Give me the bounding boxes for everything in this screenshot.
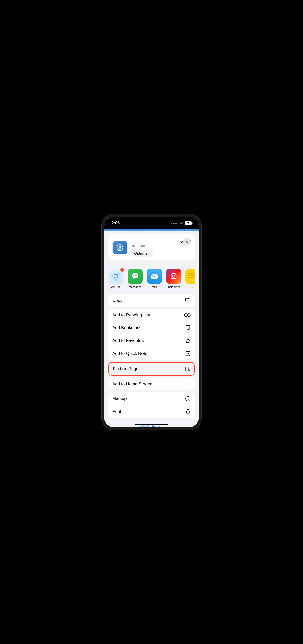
- svg-point-21: [187, 314, 190, 317]
- bookmark-icon: [185, 325, 191, 331]
- copy-item[interactable]: Copy: [108, 294, 195, 307]
- print-item[interactable]: Print: [108, 405, 195, 418]
- add-reading-list-item[interactable]: Add to Reading List: [108, 309, 195, 321]
- find-on-page-label: Find on Page: [113, 366, 138, 371]
- print-label: Print: [112, 409, 121, 414]
- svg-point-10: [136, 275, 137, 276]
- phone-frame: 2:05 87: [102, 214, 201, 430]
- browser-bar: [104, 229, 199, 231]
- mail-icon: [147, 269, 162, 284]
- sibapp-logo: [116, 244, 124, 252]
- find-on-page-item[interactable]: Find on Page: [109, 363, 194, 375]
- menu-group-tools: Markup Print: [108, 392, 195, 418]
- notes-label: N...: [185, 285, 195, 288]
- svg-rect-15: [185, 270, 195, 283]
- markup-label: Markup: [112, 396, 127, 401]
- edit-actions[interactable]: Edit Actions...: [108, 420, 195, 427]
- markup-item[interactable]: Markup: [108, 392, 195, 405]
- share-sheet: سیباپ sibapp.com Options › ✕ 1: [104, 231, 199, 427]
- add-quick-note-item[interactable]: Add to Quick Note: [108, 347, 195, 360]
- wifi-icon: [179, 222, 183, 225]
- mail-label: Mail: [152, 285, 157, 288]
- share-header: سیباپ sibapp.com Options › ✕: [108, 234, 195, 260]
- status-bar: 2:05 87: [104, 217, 199, 229]
- add-bookmark-label: Add Bookmark: [112, 325, 141, 330]
- airdrop-icon: 1: [108, 269, 123, 284]
- menu-group-bookmarks: Add to Reading List Add Bookmark Add to …: [108, 309, 195, 360]
- add-reading-list-label: Add to Reading List: [112, 313, 150, 318]
- share-header-info: سیباپ sibapp.com Options ›: [131, 238, 191, 257]
- svg-point-9: [135, 275, 136, 276]
- svg-point-14: [175, 274, 176, 275]
- menu-group-copy: Copy: [108, 294, 195, 307]
- copy-icon: [185, 298, 191, 304]
- status-icons: 87: [171, 221, 192, 225]
- svg-rect-19: [187, 300, 190, 303]
- svg-rect-16: [187, 273, 195, 274]
- instagram-icon: [166, 269, 181, 284]
- instagram-label: Instagram: [168, 285, 180, 288]
- messages-label: Messages: [129, 285, 141, 288]
- status-time: 2:05: [111, 220, 120, 226]
- share-app-title: سیباپ: [131, 238, 191, 243]
- notes-icon: [185, 269, 195, 284]
- add-home-icon: [185, 381, 191, 387]
- app-mail[interactable]: Mail: [147, 269, 162, 288]
- svg-point-1: [119, 247, 121, 249]
- svg-point-20: [184, 314, 187, 317]
- svg-rect-23: [186, 352, 190, 356]
- find-on-page-group: Find on Page: [108, 362, 195, 376]
- menu-group-home: Add to Home Screen: [108, 378, 195, 390]
- add-quick-note-label: Add to Quick Note: [112, 351, 147, 356]
- add-favorites-label: Add to Favorites: [112, 338, 144, 343]
- home-indicator: [135, 424, 168, 425]
- copy-label: Copy: [112, 298, 122, 303]
- add-bookmark-item[interactable]: Add Bookmark: [108, 321, 195, 334]
- svg-rect-17: [187, 275, 195, 276]
- svg-line-29: [189, 371, 190, 371]
- reading-list-icon: [184, 313, 191, 317]
- find-on-page-icon: [185, 366, 190, 372]
- svg-rect-18: [187, 277, 194, 278]
- share-apps-row: 1 AirDrop: [108, 265, 195, 290]
- add-home-screen-item[interactable]: Add to Home Screen: [108, 378, 195, 390]
- share-app-url: sibapp.com: [131, 244, 191, 248]
- app-icon-wrapper: [112, 240, 128, 255]
- app-notes[interactable]: N...: [185, 269, 195, 288]
- airdrop-label: AirDrop: [111, 285, 120, 288]
- add-favorites-item[interactable]: Add to Favorites: [108, 334, 195, 347]
- svg-point-8: [133, 275, 134, 276]
- airdrop-badge: 1: [120, 268, 124, 272]
- print-icon: [185, 409, 191, 414]
- options-button[interactable]: Options ›: [131, 250, 153, 257]
- markup-icon: [185, 396, 191, 401]
- app-airdrop[interactable]: 1 AirDrop: [108, 269, 123, 288]
- app-instagram[interactable]: Instagram: [166, 269, 181, 288]
- battery-indicator: 87: [185, 221, 192, 225]
- app-messages[interactable]: Messages: [128, 269, 143, 288]
- app-icon: [113, 241, 127, 254]
- add-home-screen-label: Add to Home Screen: [112, 381, 152, 387]
- quick-note-icon: [185, 351, 191, 356]
- signal-dots: [171, 223, 177, 224]
- messages-icon: [128, 269, 143, 284]
- svg-marker-22: [186, 338, 190, 343]
- svg-point-13: [172, 275, 175, 277]
- close-button[interactable]: ✕: [183, 238, 191, 246]
- favorites-icon: [185, 338, 191, 344]
